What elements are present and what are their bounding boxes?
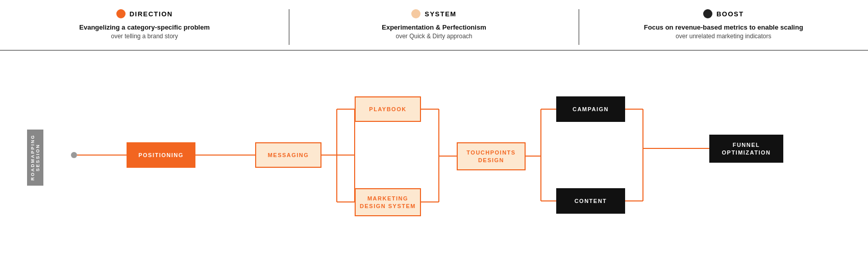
- direction-main: Evangelizing a category-specific problem: [79, 23, 210, 31]
- touchpoints-design-box: TOUCHPOINTSDESIGN: [457, 142, 526, 170]
- phase-boost: BOOST Focus on revenue-based metrics to …: [579, 9, 868, 45]
- start-dot: [71, 152, 77, 158]
- diagram: ROADMAPPINGSESSION: [0, 50, 868, 265]
- content-box: CONTENT: [556, 188, 625, 214]
- messaging-label: MESSAGING: [268, 151, 309, 159]
- funnel-optimization-box: FUNNELOPTIMIZATION: [709, 135, 783, 163]
- boost-main: Focus on revenue-based metrics to enable…: [644, 23, 803, 31]
- roadmapping-session-label: ROADMAPPINGSESSION: [27, 130, 43, 186]
- campaign-label: CAMPAIGN: [573, 106, 609, 113]
- marketing-design-system-label: MARKETINGDESIGN SYSTEM: [360, 195, 416, 210]
- system-dot: [411, 9, 420, 18]
- boost-text: BOOST: [716, 10, 744, 18]
- direction-sub: over telling a brand story: [111, 33, 178, 40]
- playbook-label: PLAYBOOK: [369, 106, 406, 113]
- positioning-label: POSITIONING: [138, 151, 184, 159]
- funnel-optimization-label: FUNNELOPTIMIZATION: [722, 141, 771, 157]
- messaging-box: MESSAGING: [255, 142, 321, 168]
- content-label: CONTENT: [575, 197, 607, 205]
- boost-label: BOOST: [703, 9, 744, 18]
- marketing-design-system-box: MARKETINGDESIGN SYSTEM: [355, 188, 421, 216]
- boost-sub: over unrelated marketing indicators: [676, 33, 771, 40]
- header: DIRECTION Evangelizing a category-specif…: [0, 0, 868, 50]
- boost-dot: [703, 9, 712, 18]
- campaign-box: CAMPAIGN: [556, 96, 625, 122]
- phase-direction: DIRECTION Evangelizing a category-specif…: [0, 9, 289, 45]
- direction-label: DIRECTION: [116, 9, 173, 18]
- direction-text: DIRECTION: [130, 10, 173, 18]
- touchpoints-design-label: TOUCHPOINTSDESIGN: [466, 149, 515, 164]
- playbook-box: PLAYBOOK: [355, 96, 421, 122]
- positioning-box: POSITIONING: [127, 142, 195, 168]
- system-main: Experimentation & Perfectionism: [382, 23, 486, 31]
- system-text: SYSTEM: [425, 10, 456, 18]
- direction-dot: [116, 9, 126, 18]
- phase-system: SYSTEM Experimentation & Perfectionism o…: [289, 9, 579, 45]
- system-sub: over Quick & Dirty approach: [395, 33, 472, 40]
- system-label: SYSTEM: [411, 9, 456, 18]
